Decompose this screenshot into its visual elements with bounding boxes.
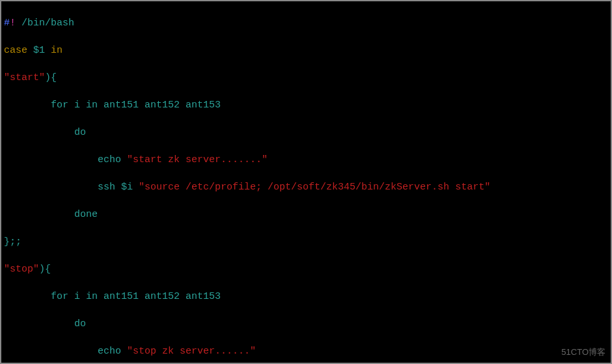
echo-string-stop: "stop zk server......" (127, 346, 256, 357)
paren-brace: ){ (39, 264, 51, 275)
in-keyword: in (51, 45, 63, 56)
code-line: done (4, 208, 608, 221)
shebang-hash: # (4, 18, 10, 29)
code-line: for i in ant151 ant152 ant153 (4, 290, 608, 303)
case-label-start: "start" (4, 72, 45, 83)
code-line: #! /bin/bash (4, 16, 608, 30)
for-line: for i in ant151 ant152 ant153 (4, 100, 221, 111)
shebang-bang: ! (10, 18, 16, 29)
code-line: for i in ant151 ant152 ant153 (4, 98, 608, 112)
done-line: done (4, 209, 98, 220)
code-line: case $1 in (4, 44, 608, 57)
echo-string-start: "start zk server......." (127, 154, 268, 165)
brace-semi: };; (4, 236, 21, 247)
case-var: $1 (27, 45, 51, 56)
code-line: echo "start zk server......." (4, 153, 608, 167)
do-line: do (4, 127, 86, 138)
case-label-stop: "stop" (4, 264, 39, 275)
case-keyword: case (4, 45, 27, 56)
echo-cmd: echo (4, 346, 127, 357)
code-line: "stop"){ (4, 262, 608, 276)
code-line: do (4, 317, 608, 331)
terminal-editor[interactable]: #! /bin/bash case $1 in "start"){ for i … (1, 1, 611, 364)
shebang-path: /bin/bash (16, 18, 74, 29)
watermark-text: 51CTO博客 (561, 345, 605, 359)
code-line: ssh $i "source /etc/profile; /opt/soft/z… (4, 180, 608, 194)
code-line: "start"){ (4, 71, 608, 85)
ssh-string-start: "source /etc/profile; /opt/soft/zk345/bi… (139, 182, 490, 193)
echo-cmd: echo (4, 154, 127, 165)
ssh-var: $i (121, 182, 139, 193)
for-line: for i in ant151 ant152 ant153 (4, 291, 221, 302)
do-line: do (4, 318, 86, 329)
ssh-cmd: ssh (4, 182, 121, 193)
code-line: echo "stop zk server......" (4, 344, 608, 358)
code-line: };; (4, 235, 608, 249)
paren-brace: ){ (45, 72, 57, 83)
code-line: do (4, 126, 608, 139)
